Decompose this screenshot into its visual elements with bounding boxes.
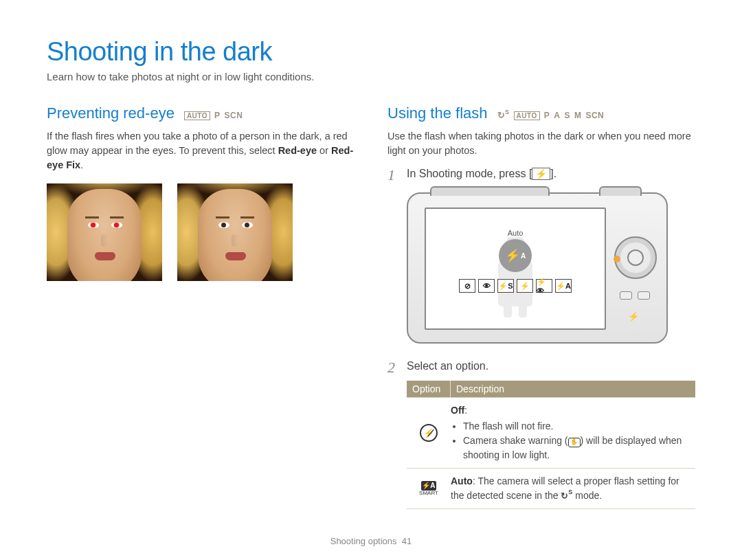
red-eye-body-post: .: [80, 159, 83, 170]
option-off-title: Off: [451, 405, 464, 416]
flash-auto-scene-icon: ⚡A SMART: [419, 481, 438, 496]
camera-body: Auto ⚡A ⊘ 👁 ⚡S ⚡ ⚡👁 ⚡A: [407, 192, 668, 344]
small-button-2: [638, 291, 650, 300]
flash-auto-icon: ⚡A: [499, 239, 532, 272]
table-header-description: Description: [451, 381, 695, 397]
table-row-auto: ⚡A SMART Auto: The camera will select a …: [407, 468, 695, 509]
step-1: 1 In Shooting mode, press [⚡].: [387, 168, 695, 183]
left-column: Preventing red-eye AUTO P SCN If the fla…: [47, 104, 355, 509]
mode-scn-badge: SCN: [225, 111, 243, 120]
option-auto-desc: Auto: The camera will select a proper fl…: [451, 474, 695, 503]
preventing-red-eye-heading: Preventing red-eye AUTO P SCN: [47, 104, 355, 122]
option-auto-icon: ⚡A SMART: [407, 474, 451, 503]
mode-s-badge-r: S: [564, 111, 570, 120]
page-intro: Learn how to take photos at night or in …: [47, 71, 695, 82]
table-row-off: ⚡̸ Off: The flash will not fire. Camera …: [407, 397, 695, 468]
mode-auto-badge-r: AUTO: [514, 111, 540, 120]
left-mode-badges: AUTO P SCN: [184, 111, 243, 120]
camera-dial: [614, 236, 657, 279]
flash-button-icon: ⚡: [532, 168, 550, 180]
red-eye-example-after: [177, 183, 293, 281]
step-1-number: 1: [387, 168, 400, 183]
step-2: 2 Select an option.: [387, 360, 695, 375]
option-off-bullets: The flash will not fire. Camera shake wa…: [451, 419, 691, 462]
step1-post: ].: [550, 168, 556, 179]
option-auto-title: Auto: [451, 475, 473, 486]
step-2-text: Select an option.: [407, 360, 488, 372]
option-off-icon: ⚡̸: [407, 403, 451, 462]
off-bullet-2: Camera shake warning (✋) will be display…: [463, 434, 691, 462]
flash-button-highlight: [614, 256, 620, 262]
flash-off-icon: ⚡̸: [420, 424, 438, 442]
flash-intro: Use the flash when taking photos in the …: [387, 129, 695, 158]
right-mode-badges: ↻S AUTO P A S M SCN: [497, 110, 605, 120]
flash-opt-redeye-fix: ⚡👁: [536, 279, 552, 293]
mode-a-badge-r: A: [554, 111, 560, 120]
mode-auto-badge: AUTO: [184, 111, 210, 120]
table-header-option: Option: [407, 381, 451, 397]
option-off-desc: Off: The flash will not fire. Camera sha…: [451, 403, 695, 462]
footer-page-number: 41: [402, 536, 412, 546]
smart-auto-mode-icon: ↻S: [561, 489, 572, 503]
small-button-1: [620, 291, 632, 300]
red-eye-example-before: [47, 183, 162, 281]
table-header: Option Description: [407, 381, 695, 397]
mode-p-badge-r: P: [544, 111, 550, 120]
mode-p-badge: P: [214, 111, 221, 120]
mode-scn-badge-r: SCN: [585, 111, 604, 120]
option-auto-post: mode.: [572, 490, 602, 501]
camera-lcd: Auto ⚡A ⊘ 👁 ⚡S ⚡ ⚡👁 ⚡A: [425, 208, 606, 330]
left-heading-text: Preventing red-eye: [47, 104, 175, 122]
red-eye-body-mid: or: [317, 145, 331, 156]
footer-section: Shooting options: [330, 536, 397, 546]
off-bullet-1: The flash will not fire.: [463, 419, 691, 434]
step1-pre: In Shooting mode, press [: [407, 168, 532, 179]
flash-opt-off: ⊘: [459, 279, 475, 293]
mode-m-badge-r: M: [574, 111, 582, 120]
flash-auto-popup: Auto ⚡A: [499, 228, 532, 272]
red-eye-body: If the flash fires when you take a photo…: [47, 129, 355, 172]
flash-auto-a: A: [521, 252, 526, 260]
flash-opt-redeye: 👁: [478, 279, 495, 293]
camera-illustration: Auto ⚡A ⊘ 👁 ⚡S ⚡ ⚡👁 ⚡A: [407, 192, 695, 344]
flash-opt-slow: ⚡S: [497, 279, 514, 293]
right-heading-text: Using the flash: [387, 104, 488, 122]
flash-option-row: ⊘ 👁 ⚡S ⚡ ⚡👁 ⚡A: [459, 279, 572, 293]
red-eye-bold1: Red-eye: [278, 145, 317, 156]
using-the-flash-heading: Using the flash ↻S AUTO P A S M SCN: [387, 104, 695, 122]
page-footer: Shooting options 41: [0, 536, 742, 546]
step-2-number: 2: [387, 360, 400, 375]
flash-options-table: Option Description ⚡̸ Off: The flash wil…: [407, 381, 695, 509]
step-1-text: In Shooting mode, press [⚡].: [407, 168, 556, 180]
flash-opt-auto: ⚡A: [555, 279, 572, 293]
flash-label-icon: ⚡: [628, 311, 639, 322]
flash-bolt-icon: ⚡: [505, 248, 520, 263]
page-title: Shooting in the dark: [47, 37, 695, 67]
flash-opt-fill: ⚡: [517, 279, 533, 293]
mode-smart-auto-badge: ↻S: [497, 110, 510, 120]
flash-auto-label: Auto: [504, 228, 528, 238]
red-eye-example-images: [47, 183, 355, 281]
camera-small-buttons: [620, 291, 651, 300]
camera-shake-icon: ✋: [568, 438, 581, 447]
right-column: Using the flash ↻S AUTO P A S M SCN Use …: [387, 104, 695, 509]
two-column-layout: Preventing red-eye AUTO P SCN If the fla…: [47, 104, 695, 509]
option-off-colon: :: [464, 405, 467, 416]
